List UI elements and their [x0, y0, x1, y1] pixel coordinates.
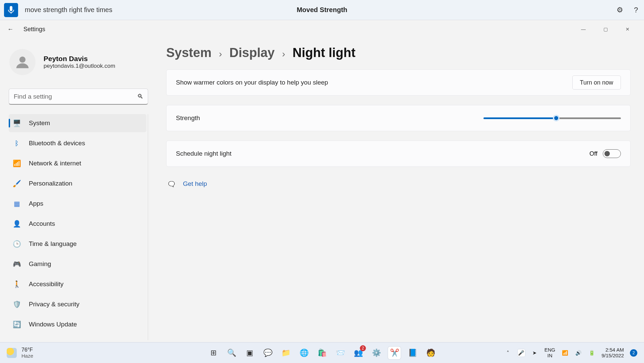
notification-badge[interactable]: 2 — [630, 349, 637, 357]
weather-temp: 76°F — [21, 347, 33, 353]
volume-icon[interactable]: 🔊 — [575, 349, 582, 357]
main-content: System › Display › Night light Show warm… — [154, 38, 644, 342]
sidebar-item-bluetooth-devices[interactable]: ᛒBluetooth & devices — [9, 134, 146, 152]
taskbar-center: ⊞🔍▣💬📁🌐🛍️📨👥2⚙️✂️📘🧑 — [207, 347, 437, 359]
voice-settings-icon[interactable]: ⚙ — [616, 6, 624, 14]
sidebar-item-accounts[interactable]: 👤Accounts — [9, 215, 146, 233]
slider-thumb[interactable] — [553, 115, 560, 121]
sidebar-item-system[interactable]: 🖥️System — [9, 114, 146, 132]
bluetooth-devices-icon: ᛒ — [13, 139, 21, 147]
strength-slider[interactable] — [484, 117, 621, 119]
system-icon: 🖥️ — [13, 119, 21, 127]
sidebar-item-privacy-security[interactable]: 🛡️Privacy & security — [9, 295, 146, 313]
taskview-icon[interactable]: ▣ — [243, 347, 256, 359]
sidebar-item-network-internet[interactable]: 📶Network & internet — [9, 154, 146, 172]
search-input[interactable] — [9, 89, 148, 105]
gaming-icon: 🎮 — [13, 260, 21, 268]
sidebar-item-label: Accounts — [29, 220, 55, 227]
sidebar-item-label: Personalization — [29, 180, 72, 187]
get-help-link[interactable]: Get help — [183, 180, 207, 188]
breadcrumb-current: Night light — [293, 46, 356, 60]
schedule-card: Schedule night light Off — [166, 141, 631, 167]
user-email: peytondavis.1@outlook.com — [44, 63, 115, 69]
sidebar-item-apps[interactable]: ▦Apps — [9, 195, 146, 213]
mic-muted-icon[interactable]: 🎤 — [518, 349, 525, 357]
sidebar-item-label: Windows Update — [29, 321, 77, 328]
battery-icon[interactable]: 🔋 — [588, 349, 595, 357]
sidebar-item-label: Network & internet — [29, 160, 81, 167]
weather-icon — [7, 348, 17, 358]
chevron-right-icon: › — [219, 49, 222, 59]
strength-card: Strength — [166, 105, 631, 131]
mail-icon[interactable]: 📨 — [334, 347, 346, 359]
window-titlebar: ← Settings — ▢ ✕ — [0, 20, 644, 38]
clock-time: 2:54 AM — [601, 347, 624, 353]
search-wrapper: 🔍︎ — [9, 89, 148, 105]
wifi-icon[interactable]: 📶 — [561, 349, 569, 357]
voice-confirmation: Moved Strength — [297, 6, 347, 14]
strength-label: Strength — [176, 114, 200, 122]
teams-icon[interactable]: 👥2 — [352, 347, 365, 359]
sidebar-item-personalization[interactable]: 🖌️Personalization — [9, 174, 146, 193]
sidebar-item-label: Accessibility — [29, 280, 63, 288]
chevron-right-icon: › — [282, 49, 285, 59]
tray-overflow-icon[interactable]: ˄ — [504, 349, 512, 357]
chat-icon[interactable]: 💬 — [261, 347, 274, 359]
voice-help-icon[interactable]: ? — [632, 6, 640, 14]
sidebar-item-label: Privacy & security — [29, 301, 79, 308]
description-text: Show warmer colors on your display to he… — [176, 79, 328, 86]
back-button[interactable]: ← — [7, 26, 14, 33]
schedule-toggle[interactable] — [603, 149, 621, 158]
settings-icon[interactable]: ⚙️ — [370, 347, 383, 359]
edge-icon[interactable]: 🌐 — [298, 347, 310, 359]
breadcrumb-display[interactable]: Display — [230, 46, 275, 60]
get-help-row[interactable]: 🗨️ Get help — [166, 180, 631, 188]
people-icon[interactable]: 🧑 — [424, 347, 437, 359]
lang-top: ENG — [544, 347, 556, 353]
clock-date: 9/15/2022 — [601, 353, 624, 359]
sidebar-item-gaming[interactable]: 🎮Gaming — [9, 255, 146, 273]
maximize-button[interactable]: ▢ — [600, 27, 610, 32]
personalization-icon: 🖌️ — [13, 179, 21, 188]
taskbar-badge: 2 — [360, 345, 366, 351]
snip-icon[interactable]: ✂️ — [388, 347, 401, 359]
sidebar-item-time-language[interactable]: 🕒Time & language — [9, 235, 146, 253]
word-icon[interactable]: 📘 — [406, 347, 419, 359]
explorer-icon[interactable]: 📁 — [279, 347, 292, 359]
accounts-icon: 👤 — [13, 220, 21, 228]
search-icon[interactable]: 🔍 — [225, 347, 238, 359]
windows-update-icon: 🔄 — [13, 320, 21, 328]
sidebar-item-label: Apps — [29, 200, 43, 207]
apps-icon: ▦ — [13, 200, 21, 208]
sidebar-item-label: Gaming — [29, 260, 51, 268]
settings-window: ← Settings — ▢ ✕ Peyton Davis peytondavi… — [0, 20, 644, 342]
accessibility-icon: 🚶 — [13, 280, 21, 288]
svg-point-0 — [19, 57, 25, 63]
location-icon[interactable]: ➤ — [531, 349, 538, 357]
turn-on-now-button[interactable]: Turn on now — [572, 75, 621, 90]
sidebar-item-accessibility[interactable]: 🚶Accessibility — [9, 275, 146, 293]
language-indicator[interactable]: ENG IN — [544, 347, 556, 358]
sidebar-item-windows-update[interactable]: 🔄Windows Update — [9, 315, 146, 333]
breadcrumb: System › Display › Night light — [166, 46, 631, 60]
close-button[interactable]: ✕ — [623, 27, 633, 32]
sidebar: Peyton Davis peytondavis.1@outlook.com 🔍… — [0, 38, 154, 342]
schedule-label: Schedule night light — [176, 150, 232, 157]
microphone-button[interactable] — [4, 3, 18, 17]
breadcrumb-system[interactable]: System — [166, 46, 211, 60]
toggle-knob — [604, 151, 610, 156]
sidebar-item-label: Bluetooth & devices — [29, 140, 85, 147]
minimize-button[interactable]: — — [578, 27, 588, 32]
system-tray: ˄ 🎤 ➤ ENG IN 📶 🔊 🔋 2:54 AM 9/15/2022 2 — [504, 347, 637, 358]
store-icon[interactable]: 🛍️ — [316, 347, 328, 359]
clock[interactable]: 2:54 AM 9/15/2022 — [601, 347, 624, 358]
network-internet-icon: 📶 — [13, 159, 21, 167]
description-card: Show warmer colors on your display to he… — [166, 69, 631, 96]
weather-widget[interactable]: 76°F Haze — [7, 347, 33, 359]
start-icon[interactable]: ⊞ — [207, 347, 220, 359]
sidebar-item-label: System — [29, 119, 50, 127]
app-title: Settings — [23, 26, 45, 33]
search-icon[interactable]: 🔍︎ — [137, 93, 143, 100]
user-profile[interactable]: Peyton Davis peytondavis.1@outlook.com — [9, 45, 148, 83]
schedule-state-label: Off — [589, 150, 597, 157]
